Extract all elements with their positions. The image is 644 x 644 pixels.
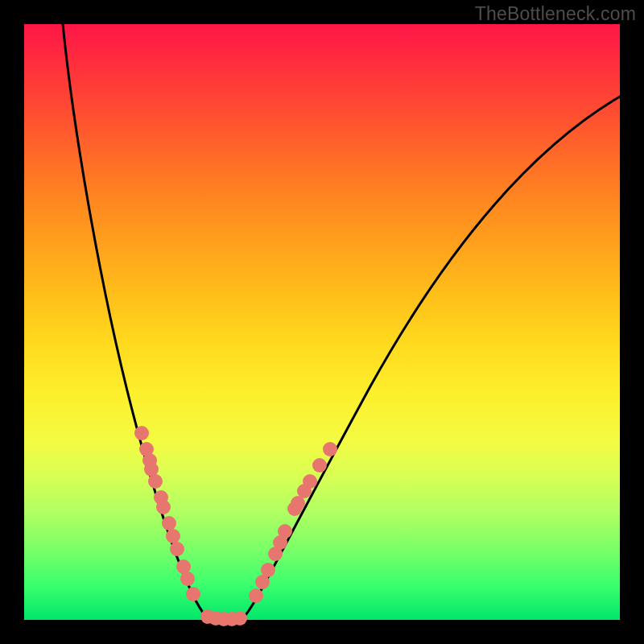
plot-area xyxy=(24,24,620,620)
curve-left xyxy=(63,24,209,620)
data-point xyxy=(148,474,163,489)
chart-svg xyxy=(24,24,620,620)
chart-frame: TheBottleneck.com xyxy=(0,0,644,644)
data-point xyxy=(303,474,317,489)
curve-right xyxy=(242,97,620,620)
watermark-text: TheBottleneck.com xyxy=(475,3,636,25)
data-point xyxy=(156,500,171,514)
scatter-layer xyxy=(134,426,337,626)
data-point xyxy=(312,458,327,473)
data-point xyxy=(261,563,275,577)
data-point xyxy=(323,442,337,456)
data-point xyxy=(249,588,263,603)
data-point xyxy=(134,426,149,440)
data-point xyxy=(162,516,176,530)
data-point xyxy=(166,529,180,543)
data-point xyxy=(170,542,184,556)
data-point xyxy=(186,587,200,601)
data-point xyxy=(233,611,247,625)
data-point xyxy=(278,524,292,539)
data-point xyxy=(180,572,195,586)
